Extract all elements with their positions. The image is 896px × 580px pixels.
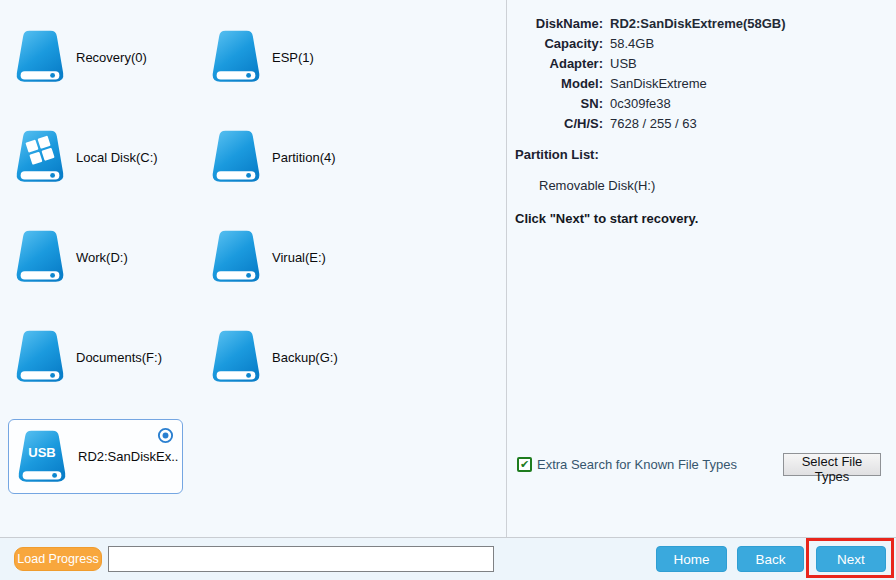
radio-selected-icon[interactable] [157, 427, 174, 444]
disk-info-row: Capacity: 58.4GB [507, 34, 896, 54]
disk-item-documents-f[interactable]: Documents(F:) [9, 325, 162, 389]
disk-icon [9, 26, 71, 88]
disk-info-value: SanDiskExtreme [610, 74, 707, 94]
disk-icon [9, 326, 71, 388]
disk-info-value: 0c309fe38 [610, 94, 671, 114]
disk-label: ESP(1) [272, 50, 314, 65]
disk-item-backup-g[interactable]: Backup(G:) [205, 325, 338, 389]
disk-info-label: SN: [507, 94, 603, 114]
load-progress-button[interactable]: Load Progress [14, 547, 102, 571]
disk-item-recovery-0[interactable]: Recovery(0) [9, 25, 147, 89]
progress-bar [108, 546, 494, 572]
disk-info-panel: DiskName: RD2:SanDiskExtreme(58GB) Capac… [507, 0, 896, 537]
disk-item-local-disk-c[interactable]: Local Disk(C:) [9, 125, 158, 189]
disk-info-value: 7628 / 255 / 63 [610, 114, 697, 134]
disk-item-work-d[interactable]: Work(D:) [9, 225, 128, 289]
disk-info-row: SN: 0c309fe38 [507, 94, 896, 114]
disk-icon [205, 326, 267, 388]
disk-info-rows: DiskName: RD2:SanDiskExtreme(58GB) Capac… [507, 14, 896, 134]
disk-info-row: Model: SanDiskExtreme [507, 74, 896, 94]
disk-icon [205, 226, 267, 288]
disk-info-label: Capacity: [507, 34, 603, 54]
select-file-types-button[interactable]: Select File Types [783, 453, 881, 476]
disk-info-label: DiskName: [507, 14, 603, 34]
disk-info-label: Adapter: [507, 54, 603, 74]
disk-list-panel: Recovery(0) ESP(1) Local Disk(C:) Partit… [0, 0, 506, 537]
back-button[interactable]: Back [737, 546, 804, 572]
app-window: Recovery(0) ESP(1) Local Disk(C:) Partit… [0, 0, 896, 580]
disk-icon [9, 126, 71, 188]
disk-info-value: 58.4GB [610, 34, 654, 54]
disk-label: Backup(G:) [272, 350, 338, 365]
disk-info-row: DiskName: RD2:SanDiskExtreme(58GB) [507, 14, 896, 34]
disk-item-virual-e[interactable]: Virual(E:) [205, 225, 326, 289]
disk-info-label: C/H/S: [507, 114, 603, 134]
disk-label: Recovery(0) [76, 50, 147, 65]
bottom-bar: Load Progress Home Back Next [0, 537, 896, 580]
disk-label: Virual(E:) [272, 250, 326, 265]
disk-label: Partition(4) [272, 150, 336, 165]
partition-list: Removable Disk(H:) [539, 177, 655, 195]
home-button[interactable]: Home [656, 546, 727, 572]
disk-icon [9, 226, 71, 288]
disk-icon [11, 426, 73, 488]
disk-info-row: Adapter: USB [507, 54, 896, 74]
disk-label: Local Disk(C:) [76, 150, 158, 165]
disk-label: Work(D:) [76, 250, 128, 265]
disk-icon [205, 26, 267, 88]
disk-icon [205, 126, 267, 188]
disk-label: Documents(F:) [76, 350, 162, 365]
disk-label: RD2:SanDiskEx... [78, 449, 178, 464]
next-button[interactable]: Next [816, 546, 886, 572]
disk-item-partition-4[interactable]: Partition(4) [205, 125, 336, 189]
disk-item-esp-1[interactable]: ESP(1) [205, 25, 314, 89]
checkbox-icon[interactable]: ✔ [517, 457, 532, 472]
instruction-text: Click "Next" to start recovery. [515, 211, 698, 226]
disk-item-rd2-sandiskex[interactable]: RD2:SanDiskEx... [8, 419, 183, 494]
partition-list-title: Partition List: [515, 147, 599, 162]
disk-info-value: RD2:SanDiskExtreme(58GB) [610, 14, 786, 34]
partition-item[interactable]: Removable Disk(H:) [539, 177, 655, 195]
disk-info-label: Model: [507, 74, 603, 94]
disk-info-value: USB [610, 54, 637, 74]
disk-info-row: C/H/S: 7628 / 255 / 63 [507, 114, 896, 134]
extra-search-label: Extra Search for Known File Types [537, 457, 737, 472]
extra-search-checkbox[interactable]: ✔ Extra Search for Known File Types [517, 457, 737, 472]
